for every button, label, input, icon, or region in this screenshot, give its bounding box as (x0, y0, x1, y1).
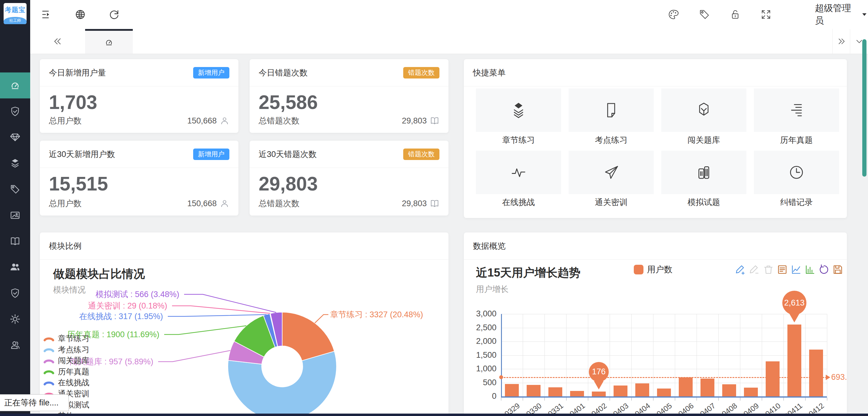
topbar: 超级管理员 (30, 0, 868, 29)
toolbar-pencil-add-icon[interactable] (735, 264, 747, 276)
x-axis-tick (827, 397, 827, 400)
pie-legend-考点练习[interactable]: 考点练习 (43, 345, 89, 355)
sidebar-item-settings[interactable] (0, 306, 30, 332)
logo-title: 考题宝 (4, 5, 27, 14)
bar-20230412 (809, 350, 823, 396)
pie-legend-在线挑战[interactable]: 在线挑战 (43, 377, 89, 388)
toolbar-data-view-icon[interactable] (777, 264, 788, 276)
status-text: 正在等待 file.... (4, 397, 59, 408)
bar-chart-icon (804, 264, 816, 275)
stack-icon (510, 102, 527, 119)
book-open-icon (10, 236, 21, 247)
sidebar-item-accounts[interactable] (0, 332, 30, 358)
quick-tile-label: 通关密训 (568, 197, 654, 208)
bar-chart-ylabel: 用户增长 (476, 284, 508, 295)
toolbar-save-icon[interactable] (832, 264, 844, 276)
quick-tile-章节练习[interactable] (476, 88, 561, 132)
y-axis-line (501, 314, 502, 397)
marker-max: 2,613 (782, 291, 806, 315)
palette-icon[interactable] (668, 8, 680, 21)
fullscreen-icon[interactable] (760, 8, 772, 21)
sidebar-item-shield-check[interactable] (0, 98, 30, 124)
chevrons-right-icon[interactable] (832, 29, 850, 54)
gridline-v (805, 314, 806, 396)
sidebar-item-labels[interactable] (0, 176, 30, 202)
user-icon (220, 116, 229, 126)
unlock-icon (730, 9, 741, 20)
toolbar-bar-chart-icon[interactable] (804, 264, 816, 276)
bar-legend-item[interactable]: 用户数 (634, 264, 673, 275)
quick-tile-通关密训[interactable] (568, 151, 654, 194)
quick-tile-模拟试题[interactable] (661, 151, 746, 194)
sidebar-item-dashboard[interactable] (0, 72, 30, 98)
quick-tile-闯关题库[interactable] (661, 88, 746, 132)
bar-20230331 (548, 387, 562, 396)
bar-20230330 (527, 385, 540, 396)
diamond-icon (10, 132, 21, 143)
pie-legend-历年真题[interactable]: 历年真题 (43, 366, 89, 377)
chevrons-right-icon (837, 37, 846, 46)
quick-tile-历年真题[interactable] (754, 88, 839, 132)
gridline-h (501, 355, 827, 356)
x-axis-tick (545, 397, 545, 400)
gridline-v (783, 314, 784, 396)
toolbar-pencil-remove-icon[interactable] (749, 264, 761, 276)
sidebar-item-roles[interactable] (0, 280, 30, 306)
quick-tile-label: 考点练习 (568, 135, 654, 146)
legend-label: 在线挑战 (58, 377, 89, 388)
stat-footer-value: 150,668 (187, 199, 217, 208)
x-axis-tick (523, 397, 523, 400)
app-logo[interactable]: 考题宝 社工师 (4, 3, 27, 24)
tabbar (30, 29, 868, 54)
gridline-v (675, 314, 675, 396)
globe-icon[interactable] (74, 8, 86, 21)
bar-20230329 (505, 384, 519, 396)
x-axis-tick (783, 397, 784, 400)
shield-check-icon (10, 288, 21, 299)
logo-subtitle: 社工师 (4, 17, 27, 24)
dashboard-icon (10, 80, 21, 91)
sidebar-item-membership[interactable] (0, 124, 30, 150)
pencil-remove-icon (749, 264, 760, 275)
pie-legend-闯关题库[interactable]: 闯关题库 (43, 355, 89, 366)
quick-tile-在线挑战[interactable] (476, 151, 561, 194)
stat-card-2: 今日错题次数错题次数25,586总错题次数29,803 (250, 59, 448, 133)
stat-card-title: 今日新增用户量 (49, 67, 106, 78)
status-tooltip: 正在等待 file.... (0, 394, 69, 411)
tab-dashboard[interactable] (85, 29, 133, 54)
user-icon (220, 199, 229, 208)
chevrons-left-icon[interactable] (30, 29, 85, 54)
sidebar-item-users[interactable] (0, 254, 30, 280)
legend-label: 用户数 (647, 264, 673, 275)
chevrons-left-icon (53, 37, 62, 46)
sidebar-item-banners[interactable] (0, 202, 30, 228)
toolbar-clear-marks-icon[interactable] (763, 264, 775, 276)
toolbar-line-chart-icon[interactable] (790, 264, 803, 276)
unlock-icon[interactable] (729, 8, 741, 21)
bar-20230402 (592, 391, 606, 396)
sidebar-item-library[interactable] (0, 228, 30, 254)
gridline-v (610, 314, 610, 396)
module-card-title: 模块比例 (49, 241, 82, 251)
stat-footer-label: 总用户数 (49, 115, 82, 126)
bar-20230408 (722, 384, 736, 396)
collapse-menu-icon (41, 9, 52, 20)
quick-tile-纠错记录[interactable] (754, 151, 839, 194)
average-line-label: 693.47 (831, 373, 847, 382)
pie-legend-章节练习[interactable]: 章节练习 (43, 333, 89, 344)
quick-tile-考点练习[interactable] (568, 88, 654, 132)
user-menu[interactable]: 超级管理员 (815, 0, 868, 29)
refresh-icon[interactable] (108, 8, 120, 21)
bar-20230409 (744, 388, 758, 396)
gridline-v (588, 314, 588, 396)
sidebar-item-courses[interactable] (0, 150, 30, 176)
quick-menu-card: 快捷菜单 章节练习考点练习闯关题库历年真题在线挑战通关密训模拟试题纠错记录 (464, 59, 847, 218)
user-menu-label: 超级管理员 (815, 2, 857, 27)
collapse-menu-icon[interactable] (40, 8, 53, 21)
stat-card-value: 15,515 (49, 173, 108, 195)
tag-icon (699, 9, 710, 20)
toolbar-restore-icon[interactable] (818, 264, 830, 276)
tag-icon[interactable] (699, 8, 710, 21)
page-scrollbar[interactable] (862, 39, 867, 177)
bar-20230410 (766, 361, 780, 396)
